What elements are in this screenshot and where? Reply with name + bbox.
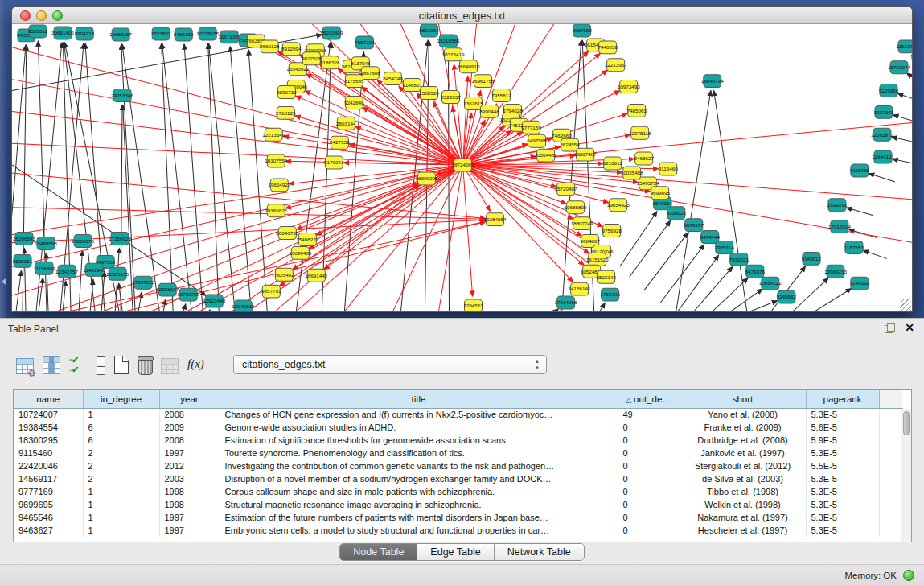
- graph-edge[interactable]: [630, 220, 671, 277]
- window-resize-grip-icon[interactable]: [900, 299, 911, 311]
- graph-node[interactable]: 9699695: [650, 187, 670, 200]
- graph-edge[interactable]: [848, 229, 877, 238]
- graph-edge[interactable]: [893, 115, 912, 121]
- graph-node[interactable]: 9170041: [324, 156, 344, 169]
- graph-node[interactable]: 8466160: [174, 28, 194, 41]
- column-header-out_de[interactable]: △out_de…: [618, 390, 680, 408]
- graph-node[interactable]: 18107554: [265, 154, 287, 167]
- graph-edge[interactable]: [12, 47, 463, 165]
- graph-node[interactable]: 8454749: [383, 72, 403, 85]
- graph-node[interactable]: 18325419: [441, 48, 464, 61]
- graph-node[interactable]: 10719155: [196, 27, 219, 40]
- graph-node[interactable]: 9227343: [874, 105, 894, 118]
- graph-node[interactable]: 10653287: [109, 28, 132, 41]
- graph-node[interactable]: 6497568: [527, 134, 547, 147]
- graph-node[interactable]: 16691442: [305, 269, 327, 282]
- graph-edge[interactable]: [893, 159, 912, 163]
- graph-node[interactable]: 26206593: [13, 233, 35, 245]
- graph-node[interactable]: 12975115: [629, 126, 651, 139]
- graph-edge[interactable]: [846, 208, 873, 216]
- row-pair-icon[interactable]: [96, 356, 105, 375]
- graph-node[interactable]: 12213349: [262, 128, 285, 141]
- graph-node[interactable]: 19384554: [484, 213, 507, 226]
- graph-node[interactable]: 7625402: [274, 268, 294, 281]
- graph-node[interactable]: 6216012: [602, 157, 622, 170]
- graph-node[interactable]: 16640910: [458, 60, 480, 73]
- graph-edge[interactable]: [208, 43, 220, 311]
- graph-node[interactable]: 10688809: [565, 201, 587, 214]
- node-table[interactable]: namein_degreeyeartitle△out_de…shortpager…: [13, 389, 912, 542]
- graph-node[interactable]: 7440838: [598, 41, 618, 54]
- graph-node[interactable]: 17957223: [132, 276, 154, 289]
- table-row[interactable]: 969969511998Structural magnetic resonanc…: [14, 498, 902, 511]
- table-row[interactable]: 946362711997Embryonic stem cells: a mode…: [14, 524, 902, 537]
- scrollbar-thumb[interactable]: [903, 411, 910, 435]
- graph-node[interactable]: 19166825: [265, 204, 287, 217]
- graph-node[interactable]: 8186328: [320, 56, 340, 69]
- graph-edge[interactable]: [12, 165, 463, 295]
- graph-edge[interactable]: [892, 137, 912, 142]
- graph-edge[interactable]: [815, 289, 852, 311]
- graph-node[interactable]: 8660128: [260, 40, 280, 53]
- graph-node[interactable]: 8322037: [441, 91, 461, 104]
- table-row[interactable]: 1938455462009Genome-wide association stu…: [14, 421, 902, 434]
- graph-node[interactable]: 17016504: [828, 220, 851, 233]
- graph-node[interactable]: 8990448: [479, 105, 499, 117]
- graph-edge[interactable]: [230, 47, 251, 311]
- graph-node[interactable]: 9535011: [28, 25, 48, 38]
- graph-node[interactable]: 12444121: [872, 150, 894, 163]
- table-row[interactable]: 1872400712008Changes of HCN gene express…: [14, 408, 902, 421]
- graph-node[interactable]: 19218586: [437, 35, 459, 47]
- graph-edge[interactable]: [208, 43, 235, 311]
- graph-node[interactable]: 10984233: [824, 265, 847, 278]
- graph-edge[interactable]: [907, 73, 912, 78]
- graph-edge[interactable]: [438, 165, 462, 311]
- graph-node[interactable]: 9857791: [261, 285, 281, 298]
- table-row[interactable]: 2242004622012Investigating the contribut…: [14, 459, 902, 472]
- graph-node[interactable]: 20206576: [72, 235, 94, 248]
- graph-node[interactable]: 14136141: [569, 282, 591, 295]
- fx-icon[interactable]: [187, 357, 211, 375]
- graph-edge[interactable]: [449, 51, 450, 311]
- graph-node[interactable]: 9827508: [302, 52, 322, 65]
- graph-node[interactable]: 9245652: [777, 290, 797, 303]
- graph-node[interactable]: 12213967: [605, 59, 627, 72]
- graph-node[interactable]: 18807249: [571, 217, 593, 230]
- graph-node[interactable]: 19654927: [268, 179, 290, 192]
- row-check-icon[interactable]: [69, 355, 87, 374]
- graph-edge[interactable]: [713, 278, 748, 311]
- graph-node[interactable]: 12945632: [232, 300, 254, 311]
- graph-node[interactable]: 29053346: [111, 89, 133, 102]
- graph-node[interactable]: 16033809: [320, 27, 343, 39]
- graph-edge[interactable]: [869, 174, 895, 182]
- graph-node[interactable]: 9904219: [75, 27, 95, 40]
- graph-node[interactable]: 1753426: [600, 288, 620, 301]
- table-settings-icon[interactable]: [16, 358, 34, 374]
- graph-node[interactable]: 7485063: [626, 104, 647, 117]
- graph-edge[interactable]: [620, 212, 657, 267]
- graph-node[interactable]: 9115460: [659, 163, 679, 175]
- column-select-icon[interactable]: [43, 356, 60, 374]
- graph-node[interactable]: 15751074: [888, 61, 910, 74]
- close-panel-icon[interactable]: ✕: [905, 321, 914, 334]
- graph-node[interactable]: 9890732: [277, 86, 297, 99]
- table-vertical-scrollbar[interactable]: [901, 409, 911, 542]
- graph-node[interactable]: 12342757: [55, 265, 78, 278]
- panel-collapse-arrow-icon[interactable]: [2, 278, 6, 285]
- graph-node[interactable]: 16151520: [586, 253, 609, 266]
- column-header-name[interactable]: name: [14, 390, 83, 408]
- column-header-short[interactable]: short: [680, 390, 806, 408]
- graph-edge[interactable]: [209, 310, 210, 311]
- graph-edge[interactable]: [363, 107, 463, 165]
- trash-icon[interactable]: [138, 355, 152, 374]
- graph-node[interactable]: 12505135: [106, 267, 129, 280]
- graph-node[interactable]: 17534268: [555, 296, 577, 309]
- graph-edge[interactable]: [463, 165, 567, 204]
- graph-node[interactable]: 2718129: [276, 106, 296, 119]
- graph-edge[interactable]: [556, 309, 559, 311]
- graph-edge[interactable]: [694, 266, 733, 311]
- graph-node[interactable]: 12093872: [871, 128, 893, 141]
- graph-node[interactable]: 19654923: [607, 199, 630, 212]
- graph-node[interactable]: 10654122: [759, 277, 782, 290]
- graph-edge[interactable]: [600, 303, 606, 311]
